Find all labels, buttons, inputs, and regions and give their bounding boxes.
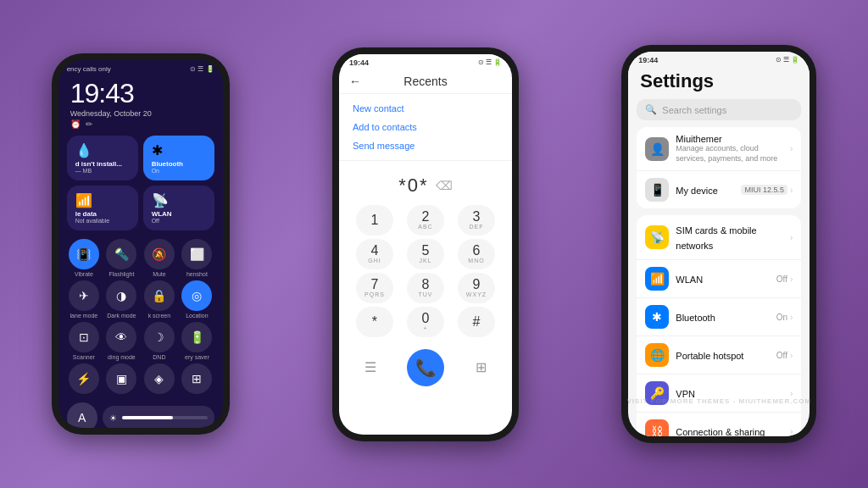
- dial-key-2[interactable]: 2 ABC: [407, 205, 444, 236]
- ctrl-vibrate[interactable]: 📳 Vibrate: [67, 239, 102, 277]
- phone-2: 19:44 ⊙ ☰ 🔋 ← Recents New contact Add to…: [332, 47, 519, 441]
- ctrl-extra2-icon: ▣: [106, 363, 136, 394]
- chevron-icon: ›: [790, 144, 793, 153]
- phone-1-screen: ency calls only ⊙ ☰ 🔋 19:43 Wednesday, O…: [58, 60, 223, 428]
- phone2-grid-icon[interactable]: ⊞: [476, 359, 487, 375]
- ctrl-darkmode[interactable]: ◑ Dark mode: [104, 280, 139, 319]
- ctrl-extra4-icon: ⊞: [181, 363, 212, 394]
- dial-key-9[interactable]: 9 WXYZ: [458, 273, 495, 303]
- ctrl-airplane[interactable]: ✈ lane mode: [67, 280, 102, 319]
- settings-search-bar[interactable]: 🔍 Search settings: [637, 99, 801, 120]
- ctrl-location-label: Location: [186, 313, 208, 319]
- settings-item-vpn[interactable]: 🔑 VPN ›: [637, 374, 801, 413]
- ctrl-extra3[interactable]: ◈: [142, 363, 177, 394]
- dial-key-4[interactable]: 4 GHI: [356, 239, 393, 269]
- miuithemer-right: ›: [790, 144, 793, 153]
- ctrl-extra1[interactable]: ⚡: [67, 363, 102, 394]
- ctrl-darkmode-label: Dark mode: [107, 313, 136, 319]
- hotspot-value: Off: [776, 351, 787, 360]
- mydevice-icon: 📱: [645, 178, 669, 202]
- dial-key-5[interactable]: 5 JKL: [407, 239, 444, 269]
- ctrl-mute[interactable]: 🔕 Mute: [142, 239, 177, 277]
- phone2-actions: New contact Add to contacts Send message: [339, 94, 512, 160]
- tile-data-icon: 📶: [75, 192, 130, 208]
- miuithemer-sub: Manage accounts, cloud services, payment…: [676, 144, 790, 164]
- phone3-time: 19:44: [638, 56, 658, 64]
- settings-item-hotspot[interactable]: 🌐 Portable hotspot Off ›: [637, 336, 801, 374]
- chevron-icon-7: ›: [790, 389, 793, 398]
- brightness-fill: [122, 416, 174, 419]
- sim-label: SIM cards & mobile networks: [676, 225, 756, 251]
- settings-item-connection[interactable]: ⛓ Connection & sharing ›: [637, 413, 801, 436]
- phone-2-screen: 19:44 ⊙ ☰ 🔋 ← Recents New contact Add to…: [339, 54, 512, 435]
- dial-key-0[interactable]: 0 +: [407, 307, 444, 337]
- settings-item-mydevice[interactable]: 📱 My device MIUI 12.5.5 ›: [637, 171, 801, 208]
- dial-key-3[interactable]: 3 DEF: [458, 205, 495, 236]
- ctrl-screenshot[interactable]: ⬜ henshot: [180, 239, 214, 277]
- mydevice-label: My device: [676, 186, 718, 196]
- phone1-brightness-slider[interactable]: ☀: [103, 406, 214, 428]
- phone3-status-icons: ⊙ ☰ 🔋: [776, 56, 799, 64]
- ctrl-darkmode-icon: ◑: [106, 280, 136, 311]
- settings-item-sim[interactable]: 📡 SIM cards & mobile networks ›: [637, 215, 801, 260]
- settings-item-miuithemer[interactable]: 👤 Miuithemer Manage accounts, cloud serv…: [637, 127, 801, 171]
- phone-1: ency calls only ⊙ ☰ 🔋 19:43 Wednesday, O…: [52, 53, 230, 435]
- ctrl-lock-icon: 🔒: [144, 280, 175, 311]
- ctrl-battery-saver[interactable]: 🔋 ery saver: [180, 322, 214, 360]
- tile-mobile-data[interactable]: 📶 le data Not available: [67, 186, 138, 230]
- ctrl-mute-label: Mute: [153, 271, 166, 277]
- dial-row-3: 7 PQRS 8 TUV 9 WXYZ: [349, 273, 502, 303]
- search-icon: 🔍: [645, 104, 657, 115]
- ctrl-extra4[interactable]: ⊞: [180, 363, 214, 394]
- ctrl-reading[interactable]: 👁 ding mode: [104, 322, 139, 360]
- ctrl-flashlight-icon: 🔦: [106, 239, 136, 269]
- phone1-status-icons: ⊙ ☰ 🔋: [190, 65, 214, 73]
- ctrl-vibrate-label: Vibrate: [75, 271, 93, 277]
- bluetooth-label: Bluetooth: [676, 313, 715, 323]
- ctrl-screenshot-label: henshot: [186, 271, 208, 277]
- ctrl-location[interactable]: ◎ Location: [180, 280, 214, 319]
- phone1-status-text: ency calls only: [67, 65, 111, 73]
- phone2-back-button[interactable]: ←: [349, 75, 361, 88]
- phone2-call-button[interactable]: 📞: [407, 349, 444, 386]
- miui-version-badge: MIUI 12.5.5: [741, 185, 787, 195]
- ctrl-dnd[interactable]: ☽ DND: [142, 322, 177, 360]
- dial-key-hash[interactable]: #: [458, 307, 495, 337]
- phone1-controls-grid: 📳 Vibrate 🔦 Flashlight 🔕 Mute ⬜ henshot …: [58, 236, 223, 397]
- tile-app-install[interactable]: 💧 d isn't install... — MB: [67, 136, 138, 180]
- dial-row-2: 4 GHI 5 JKL 6 MNO: [349, 239, 502, 269]
- dial-key-1[interactable]: 1: [356, 205, 393, 236]
- phone2-contacts-icon[interactable]: ☰: [364, 359, 376, 375]
- wlan-value: Off: [776, 274, 787, 284]
- dial-key-7[interactable]: 7 PQRS: [356, 273, 393, 303]
- ctrl-flashlight[interactable]: 🔦 Flashlight: [104, 239, 139, 277]
- ctrl-extra3-icon: ◈: [144, 363, 175, 394]
- tile-bluetooth[interactable]: ✱ Bluetooth On: [143, 136, 214, 180]
- ctrl-scanner[interactable]: ⊡ Scanner: [67, 322, 102, 360]
- mydevice-info: My device: [676, 182, 741, 197]
- settings-item-bluetooth[interactable]: ✱ Bluetooth On ›: [637, 298, 801, 336]
- ctrl-lock[interactable]: 🔒 k screen: [142, 280, 177, 319]
- phone1-assistant-btn[interactable]: A: [67, 402, 97, 428]
- tile1-label: d isn't install...: [75, 160, 130, 168]
- dial-key-star[interactable]: *: [356, 307, 393, 337]
- connection-right: ›: [790, 427, 793, 436]
- settings-item-wlan[interactable]: 📶 WLAN Off ›: [637, 260, 801, 298]
- ctrl-extra1-icon: ⚡: [69, 363, 99, 394]
- phone1-icon-edit: ✏: [86, 119, 92, 129]
- phone2-send-message[interactable]: Send message: [353, 136, 498, 155]
- chevron-icon-8: ›: [790, 427, 793, 436]
- phone2-add-to-contacts[interactable]: Add to contacts: [353, 118, 498, 136]
- tile-wifi-icon: 📡: [152, 192, 206, 208]
- sim-right: ›: [790, 233, 793, 242]
- phone-3: 19:44 ⊙ ☰ 🔋 Settings 🔍 Search settings 👤…: [621, 45, 816, 443]
- dial-key-8[interactable]: 8 TUV: [407, 273, 444, 303]
- phone1-quick-tiles: 💧 d isn't install... — MB ✱ Bluetooth On…: [58, 130, 223, 236]
- phone2-delete-btn[interactable]: ⌫: [436, 179, 453, 192]
- dial-key-6[interactable]: 6 MNO: [458, 239, 495, 269]
- vpn-icon: 🔑: [645, 381, 669, 405]
- tile-wlan[interactable]: 📡 WLAN Off: [143, 186, 214, 230]
- ctrl-extra2[interactable]: ▣: [104, 363, 139, 394]
- phone2-new-contact[interactable]: New contact: [353, 99, 498, 118]
- phone1-clock: 19:43: [70, 78, 211, 109]
